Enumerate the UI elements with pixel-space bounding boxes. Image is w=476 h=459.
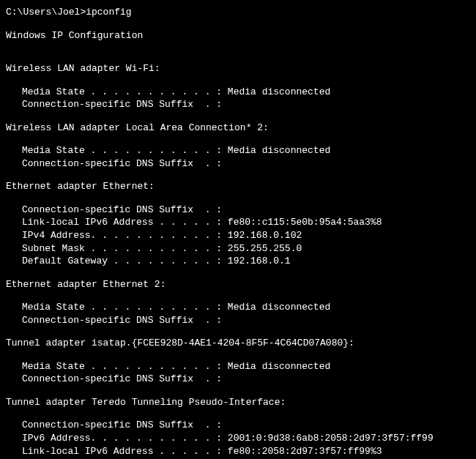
property-line: Connection-specific DNS Suffix . : (6, 98, 470, 111)
adapter-title: Tunnel adapter isatap.{FCEE928D-4AE1-420… (6, 337, 470, 350)
property-line: Default Gateway . . . . . . . . . : 192.… (6, 255, 470, 268)
property-line: Media State . . . . . . . . . . . : Medi… (6, 301, 470, 314)
adapter-isatap: Tunnel adapter isatap.{FCEE928D-4AE1-420… (6, 337, 470, 386)
adapter-title: Wireless LAN adapter Local Area Connecti… (6, 122, 470, 135)
property-line: Link-local IPv6 Address . . . . . : fe80… (6, 445, 470, 458)
property-line: IPv4 Address. . . . . . . . . . . : 192.… (6, 229, 470, 242)
property-line: Connection-specific DNS Suffix . : (6, 314, 470, 327)
ipconfig-header: Windows IP Configuration (6, 29, 470, 42)
adapter-ethernet2: Ethernet adapter Ethernet 2: Media State… (6, 278, 470, 327)
adapter-title: Tunnel adapter Teredo Tunneling Pseudo-I… (6, 396, 470, 409)
property-line: Connection-specific DNS Suffix . : (6, 419, 470, 432)
property-line: Connection-specific DNS Suffix . : (6, 373, 470, 386)
adapter-wifi: Wireless LAN adapter Wi-Fi: Media State … (6, 62, 470, 111)
property-line: Link-local IPv6 Address . . . . . : fe80… (6, 216, 470, 229)
adapter-title: Ethernet adapter Ethernet: (6, 180, 470, 193)
adapter-lac2: Wireless LAN adapter Local Area Connecti… (6, 122, 470, 171)
property-line: Connection-specific DNS Suffix . : (6, 204, 470, 217)
property-line: Subnet Mask . . . . . . . . . . . : 255.… (6, 242, 470, 255)
adapter-title: Wireless LAN adapter Wi-Fi: (6, 62, 470, 75)
adapter-ethernet: Ethernet adapter Ethernet: Connection-sp… (6, 180, 470, 267)
property-line: Connection-specific DNS Suffix . : (6, 157, 470, 171)
adapter-teredo: Tunnel adapter Teredo Tunneling Pseudo-I… (6, 396, 470, 459)
property-line: IPv6 Address. . . . . . . . . . . : 2001… (6, 432, 470, 445)
property-line: Media State . . . . . . . . . . . : Medi… (6, 360, 470, 373)
command-prompt-line: C:\Users\Joel>ipconfig (6, 6, 470, 19)
property-line: Media State . . . . . . . . . . . : Medi… (6, 144, 470, 157)
property-line: Media State . . . . . . . . . . . : Medi… (6, 86, 470, 99)
adapter-title: Ethernet adapter Ethernet 2: (6, 278, 470, 291)
